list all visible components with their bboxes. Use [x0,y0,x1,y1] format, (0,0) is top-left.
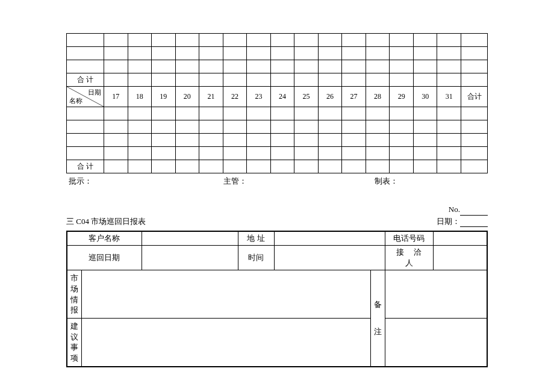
table-row [67,134,488,147]
table-row [67,147,488,160]
time-value[interactable] [274,246,385,270]
receiver-value[interactable] [433,246,487,270]
table-row [67,60,488,73]
day-header: 23 [247,87,271,107]
day-header: 22 [223,87,247,107]
day-header: 18 [128,87,152,107]
phone-label: 电话号码 [385,231,433,246]
header-row: 日期 名称 17 18 19 20 21 22 23 24 25 26 27 2… [67,87,488,107]
footer-signatures: 批示： 主管： 制表： [66,176,488,187]
day-header: 30 [413,87,437,107]
daily-report-table: 客户名称 地 址 电话号码 巡回日期 时间 接 洽 人 市 场 情 报 备 [66,231,488,367]
tour-date-label: 巡回日期 [67,246,142,270]
day-header: 28 [366,87,390,107]
receiver-label: 接 洽 人 [385,246,433,270]
day-header: 24 [270,87,294,107]
phone-value[interactable] [433,231,487,246]
no-label: No. [449,205,460,214]
monthly-grid-table: 合 计 日期 名称 17 18 19 20 21 22 23 24 25 26 … [66,33,488,173]
day-header: 31 [437,87,461,107]
customer-value[interactable] [142,231,238,246]
day-header: 25 [294,87,319,107]
remark-label: 备 注 [370,270,385,367]
supervisor-label: 主管： [179,176,290,187]
subtotal-label: 合 计 [67,160,104,173]
day-header: 27 [342,87,366,107]
date-header-label: 日期 [88,88,101,97]
subtotal-row: 合 计 [67,160,488,173]
preparer-label: 制表： [290,176,485,187]
subtotal-row: 合 计 [67,73,488,87]
total-header: 合计 [461,87,488,107]
market-info-label: 市 场 情 报 [67,270,81,319]
name-header-label: 名称 [69,96,82,105]
market-info-value[interactable] [81,270,370,319]
customer-label: 客户名称 [67,231,142,246]
address-label: 地 址 [238,231,274,246]
approve-label: 批示： [69,176,179,187]
table-row: 市 场 情 报 备 注 [67,270,487,319]
remark-value-2[interactable] [385,319,487,367]
day-header: 20 [175,87,199,107]
table-row [67,47,488,60]
time-label: 时间 [238,246,274,270]
suggestion-label: 建 议 事 项 [67,319,81,367]
table-row: 建 议 事 项 [67,319,487,367]
table-row: 客户名称 地 址 电话号码 [67,231,487,246]
subtotal-label: 合 计 [67,73,104,87]
table-row [67,34,488,47]
no-field[interactable] [460,207,488,216]
day-header: 26 [318,87,342,107]
day-header: 21 [199,87,223,107]
day-header: 19 [152,87,176,107]
day-header: 17 [104,87,128,107]
day-header: 29 [390,87,414,107]
corner-header-cell: 日期 名称 [67,87,104,107]
section-daily-report: 三 C04 市场巡回日报表 No. 日期： 客户名称 地 址 电话号码 巡回日期 [66,204,488,367]
suggestion-value[interactable] [81,319,370,367]
table-row [67,120,488,134]
table-row [67,107,488,120]
table-row: 巡回日期 时间 接 洽 人 [67,246,487,270]
tour-date-value[interactable] [142,246,238,270]
address-value[interactable] [274,231,385,246]
remark-value-1[interactable] [385,270,487,319]
date-field[interactable] [460,219,488,227]
date-label: 日期： [437,217,460,226]
section-title: 三 C04 市场巡回日报表 [66,216,146,227]
